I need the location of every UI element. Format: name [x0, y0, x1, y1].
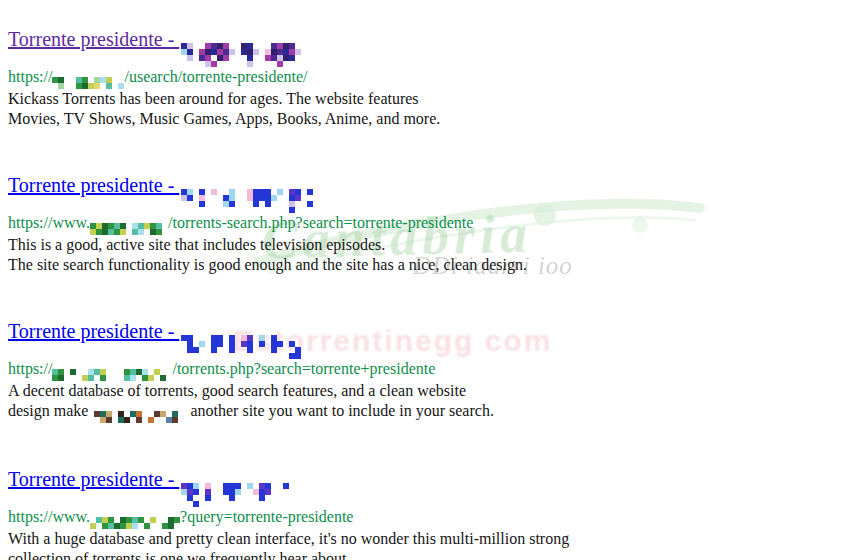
description-line-1: This is a good, active site that include… [8, 236, 385, 253]
result-description: This is a good, active site that include… [8, 235, 808, 275]
result-title-line: Torrente presidente - [8, 26, 808, 67]
result-url: https://www./torrents-search.php?search=… [8, 213, 808, 235]
url-suffix: /torrents-search.php?search=torrente-pre… [168, 214, 473, 231]
url-prefix: https://www. [8, 214, 90, 231]
result-description: With a huge database and pretty clean in… [8, 529, 808, 560]
result-title-link[interactable]: Torrente presidente - [8, 28, 301, 50]
redacted-domain-pixels [52, 369, 172, 381]
result-title-text[interactable]: Torrente presidente - [8, 174, 179, 196]
search-results-list: Torrente presidente - https:///usearch/t… [8, 26, 808, 560]
description-line-1: With a huge database and pretty clean in… [8, 530, 569, 547]
url-prefix: https:// [8, 360, 52, 377]
result-title-text[interactable]: Torrente presidente - [8, 468, 179, 490]
result-title-line: Torrente presidente - [8, 466, 808, 507]
description-line-2: collection of torrents is one we frequen… [8, 550, 351, 560]
redacted-site-name-pixels[interactable] [181, 189, 313, 213]
url-prefix: https:// [8, 68, 52, 85]
redacted-site-name-pixels[interactable] [181, 43, 301, 67]
result-title-text[interactable]: Torrente presidente - [8, 320, 179, 342]
description-line-2: The site search functionality is good en… [8, 256, 527, 273]
result-url: https:///usearch/torrente-presidente/ [8, 67, 808, 89]
result-title-line: Torrente presidente - [8, 172, 808, 213]
search-result-3: Torrente presidente - https:///torrents.… [8, 318, 808, 423]
result-title-line: Torrente presidente - [8, 318, 808, 359]
redacted-domain-pixels [90, 223, 168, 235]
redacted-site-name-pixels[interactable] [181, 335, 307, 359]
description-line-2-end: another site you want to include in your… [186, 402, 493, 419]
redacted-site-name-pixels[interactable] [181, 483, 301, 507]
result-title-link[interactable]: Torrente presidente - [8, 320, 307, 342]
url-suffix: /usearch/torrente-presidente/ [124, 68, 307, 85]
description-line-1: A decent database of torrents, good sear… [8, 382, 466, 399]
url-prefix: https://www. [8, 508, 90, 525]
redacted-domain-pixels [52, 77, 124, 89]
redacted-word-pixels [94, 411, 184, 423]
search-result-1: Torrente presidente - https:///usearch/t… [8, 26, 808, 129]
url-suffix: ?query=torrente-presidente [180, 508, 353, 525]
result-description: A decent database of torrents, good sear… [8, 381, 808, 423]
search-result-2: Torrente presidente - https://www./torre… [8, 172, 808, 275]
result-title-link[interactable]: Torrente presidente - [8, 468, 301, 490]
description-line-2: design make [8, 402, 92, 419]
result-description: Kickass Torrents has been around for age… [8, 89, 808, 129]
result-url: https:///torrents.php?search=torrente+pr… [8, 359, 808, 381]
result-title-link[interactable]: Torrente presidente - [8, 174, 313, 196]
result-url: https://www.?query=torrente-presidente [8, 507, 808, 529]
description-line-1: Kickass Torrents has been around for age… [8, 90, 419, 107]
redacted-domain-pixels [90, 517, 180, 529]
url-suffix: /torrents.php?search=torrente+presidente [172, 360, 435, 377]
search-result-4: Torrente presidente - https://www.?query… [8, 466, 808, 560]
result-title-text[interactable]: Torrente presidente - [8, 28, 179, 50]
description-line-2: Movies, TV Shows, Music Games, Apps, Boo… [8, 110, 440, 127]
